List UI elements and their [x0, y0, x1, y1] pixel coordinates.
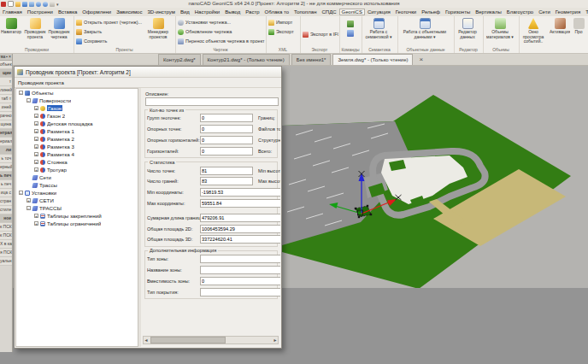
field-input[interactable]	[200, 114, 253, 122]
horizontal-scrollbar[interactable]: ◄ ►	[143, 336, 279, 344]
description-input[interactable]	[145, 97, 279, 106]
property-row[interactable]: ериал	[0, 138, 12, 146]
tree-expander[interactable]: −	[19, 91, 23, 95]
tree-expander[interactable]: +	[26, 198, 31, 203]
ribbon-item[interactable]: Экспорт	[268, 27, 299, 36]
field-input[interactable]	[200, 125, 253, 133]
tree-item[interactable]: +Таблицы закреплений	[16, 212, 138, 220]
property-row[interactable]: ь печ	[0, 180, 12, 189]
property-row[interactable]: Х в кам	[0, 240, 12, 249]
tree-expander[interactable]: +	[34, 137, 38, 141]
property-row[interactable]: таб т	[0, 95, 12, 103]
tree-item[interactable]: +Разметка 4	[16, 150, 138, 158]
tree-expander[interactable]: +	[34, 121, 38, 126]
ribbon-bigbutton[interactable]: Работа с объектными данными ▾	[397, 17, 452, 46]
menu-item[interactable]: Облака то	[262, 9, 291, 15]
property-row[interactable]: ица с	[0, 189, 12, 197]
menu-item[interactable]: Главная	[0, 9, 25, 15]
menu-item[interactable]: СПДС	[320, 9, 339, 15]
tree-item[interactable]: +СЕТИ	[16, 197, 138, 204]
property-row[interactable]: ерный	[0, 163, 12, 172]
tree-expander[interactable]: −	[26, 206, 31, 210]
field-input[interactable]	[200, 177, 253, 185]
menu-item[interactable]: Сети	[536, 9, 553, 15]
field-input[interactable]	[200, 235, 280, 244]
tree-expander[interactable]: +	[34, 167, 38, 172]
tree-item[interactable]: +Стоянка	[16, 158, 138, 166]
ribbon-bigbutton[interactable]: Объемы материалов ▾	[483, 17, 517, 46]
field-input[interactable]	[200, 255, 280, 263]
property-row[interactable]: я ПСК	[0, 249, 12, 257]
menu-item[interactable]: Геоточки	[393, 9, 419, 15]
ribbon-bigbutton[interactable]: Проводник чертежа	[48, 17, 70, 46]
field-input[interactable]	[200, 188, 280, 197]
menu-item[interactable]: Вывод	[222, 9, 243, 15]
menu-item[interactable]: GeoniCS	[339, 9, 365, 15]
ribbon-bigbutton[interactable]: Менеджер проектов	[144, 17, 173, 46]
property-row[interactable]: щие	[0, 69, 12, 78]
field-input[interactable]	[200, 199, 280, 208]
field-input[interactable]	[200, 147, 253, 156]
menu-item[interactable]: Построени	[25, 9, 56, 15]
drawing-tab[interactable]: Контур2.dwg*	[158, 54, 201, 65]
property-row[interactable]: к ПСК	[0, 232, 12, 240]
property-row[interactable]: т	[0, 78, 12, 86]
palette-control-icon[interactable]: ×	[9, 54, 11, 59]
ribbon-item[interactable]: Установки чертежа...	[178, 18, 265, 26]
scroll-right-arrow[interactable]: ►	[273, 337, 278, 343]
tree-item[interactable]: Сети	[16, 173, 138, 181]
ribbon-item[interactable]: Обновление чертежа	[178, 27, 265, 36]
properties-palette-header[interactable]: йства ▪×	[0, 53, 12, 61]
menu-item[interactable]: Геометрия	[553, 9, 583, 15]
tree-expander[interactable]: +	[34, 221, 38, 226]
tree-expander[interactable]: +	[34, 114, 38, 118]
menu-item[interactable]: 3D-инструм	[144, 9, 177, 15]
tree-expander[interactable]: +	[34, 144, 38, 149]
menu-item[interactable]: Вид	[178, 9, 192, 15]
field-input[interactable]	[200, 225, 280, 233]
ribbon-bigbutton[interactable]: Работа с семантикой ▾	[362, 17, 396, 46]
palette-control-icon[interactable]: ▪	[6, 54, 8, 59]
tree-item[interactable]: −Объекты	[16, 89, 138, 97]
tree-item[interactable]: −Поверхности	[16, 97, 138, 104]
field-input[interactable]	[200, 288, 280, 296]
property-row[interactable]: линей	[0, 86, 12, 95]
property-row[interactable]: иней	[0, 103, 12, 112]
tree-item[interactable]: +Тротуар	[16, 166, 138, 173]
tree-item[interactable]: −ТРАССЫ	[16, 204, 138, 212]
menu-item[interactable]: Ситуация	[365, 9, 393, 15]
tree-expander[interactable]: −	[26, 98, 31, 103]
tree-item[interactable]: +Газон	[16, 104, 138, 112]
property-row[interactable]: рачно	[0, 112, 12, 120]
property-row[interactable]: нтрал	[0, 129, 12, 138]
scroll-left-arrow[interactable]: ◄	[144, 337, 149, 343]
menu-item[interactable]: Рельеф	[419, 9, 443, 15]
property-row[interactable]: ли	[0, 146, 12, 155]
property-row[interactable]: ь точ	[0, 155, 12, 163]
ribbon-bigbutton[interactable]: Проводник проекта	[24, 17, 46, 46]
ribbon-bigbutton[interactable]: Окно просмотра событий..	[519, 17, 548, 46]
tree-item[interactable]: +Детская площадка	[16, 120, 138, 127]
tree-item[interactable]: +Газон 2	[16, 112, 138, 120]
panel-title-bar[interactable]: Проводник проекта [Проект: Алгоритм 2]	[15, 67, 281, 78]
menu-item[interactable]: Вертикалы	[473, 9, 504, 15]
ribbon-item[interactable]: Перенос объектов чертежа в проект	[178, 37, 265, 45]
menu-item[interactable]: Настройки	[192, 9, 222, 15]
menu-item[interactable]: Благоустро	[504, 9, 536, 15]
ribbon-bigbutton[interactable]: Навигатор	[0, 17, 22, 46]
property-row[interactable]: щина	[0, 120, 12, 129]
drawing-tab[interactable]: Земля.dwg* - (Только чтение)	[332, 54, 413, 65]
field-input[interactable]	[200, 167, 253, 175]
tree-expander[interactable]: +	[34, 129, 38, 133]
drawing-tab[interactable]: Без имени1*	[291, 54, 332, 65]
property-row[interactable]: ь печ	[0, 172, 12, 180]
property-row[interactable]: стиле	[0, 206, 12, 214]
property-row[interactable]: объекты	[0, 61, 12, 69]
menu-item[interactable]: Растр	[243, 9, 262, 15]
field-input[interactable]	[200, 277, 280, 285]
property-row[interactable]: стран	[0, 197, 12, 206]
ribbon-bigbutton[interactable]: Редактор данных	[454, 17, 481, 46]
menu-item[interactable]: Оформлени	[79, 9, 114, 15]
property-row[interactable]: уальн	[0, 257, 12, 266]
ribbon-mini-icon[interactable]	[347, 30, 354, 37]
